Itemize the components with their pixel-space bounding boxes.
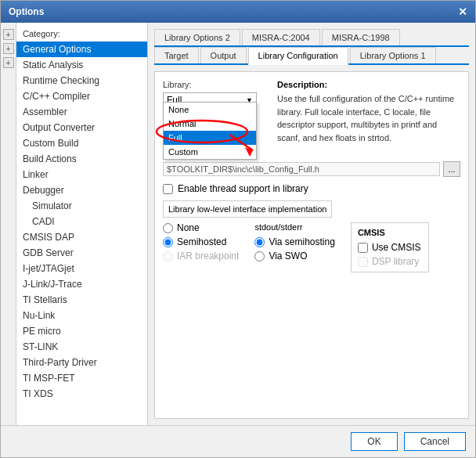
sidebar-item-ti-msp-fet[interactable]: TI MSP-FET <box>16 370 147 386</box>
sidebar-item-static-analysis[interactable]: Static Analysis <box>16 57 147 73</box>
low-level-two-section: None Semihosted IAR breakpoint <box>163 222 460 272</box>
category-label: Category: <box>16 26 147 41</box>
low-level-section: Library low-level interface implementati… <box>163 200 460 272</box>
use-cmsis-label: Use CMSIS <box>372 242 421 253</box>
none-radio-item: None <box>163 222 239 233</box>
library-config-section: Library: Full ▼ NoneNormalFullCustom <box>163 80 460 144</box>
tab2-tab-output[interactable]: Output <box>200 47 247 63</box>
iar-breakpoint-radio-item: IAR breakpoint <box>163 251 239 261</box>
browse-button[interactable]: ... <box>443 161 460 177</box>
semihosted-radio[interactable] <box>163 237 173 247</box>
expand-icon-3[interactable]: + <box>3 57 14 68</box>
library-dropdown: NoneNormalFullCustom <box>163 102 257 160</box>
config-file-row: ... <box>163 161 460 177</box>
sidebar-items: General OptionsStatic AnalysisRuntime Ch… <box>16 41 147 402</box>
none-radio-label: None <box>177 222 200 233</box>
tab2-tab-library-options-1[interactable]: Library Options 1 <box>350 47 436 63</box>
dsp-library-label: DSP library <box>372 256 419 267</box>
via-semihosting-radio-item: Via semihosting <box>254 236 335 247</box>
semihosted-radio-item: Semihosted <box>163 236 239 247</box>
interface-radio-group: None Semihosted IAR breakpoint <box>163 222 239 272</box>
sidebar-item-i-jet-jtagjet[interactable]: I-jet/JTAGjet <box>16 261 147 276</box>
sidebar-item-ti-stellaris[interactable]: TI Stellaris <box>16 292 147 308</box>
library-column: Library: Full ▼ NoneNormalFullCustom <box>163 80 265 144</box>
content-area: Library: Full ▼ NoneNormalFullCustom <box>154 71 469 419</box>
sidebar-item-ti-xds[interactable]: TI XDS <box>16 386 147 402</box>
dsp-library-checkbox[interactable] <box>358 257 368 267</box>
close-icon[interactable]: ✕ <box>458 5 467 18</box>
sidebar-item-nu-link[interactable]: Nu-Link <box>16 308 147 323</box>
tab-tab-misra-c-1998[interactable]: MISRA-C:1998 <box>322 29 400 45</box>
use-cmsis-checkbox[interactable] <box>358 243 368 253</box>
dialog-footer: OK Cancel <box>1 425 475 457</box>
config-file-input[interactable] <box>163 162 440 176</box>
enable-thread-label: Enable thread support in library <box>178 183 308 194</box>
sidebar-item-custom-build[interactable]: Custom Build <box>16 135 147 151</box>
none-radio[interactable] <box>163 223 173 233</box>
via-swo-label: Via SWO <box>269 251 307 261</box>
sidebar-item-cadi[interactable]: CADI <box>16 214 147 229</box>
cancel-button[interactable]: Cancel <box>404 432 466 451</box>
dsp-library-row: DSP library <box>358 256 422 267</box>
dropdown-item-normal[interactable]: Normal <box>164 117 256 131</box>
options-dialog: Options ✕ + + + Category: General Option… <box>0 0 476 458</box>
via-semihosting-label: Via semihosting <box>269 236 335 247</box>
semihosted-radio-label: Semihosted <box>177 236 226 247</box>
dropdown-item-full[interactable]: Full <box>164 131 256 145</box>
left-icon-strip: + + + <box>1 23 16 425</box>
iar-breakpoint-label: IAR breakpoint <box>177 251 239 261</box>
sidebar-item-build-actions[interactable]: Build Actions <box>16 151 147 167</box>
use-cmsis-row: Use CMSIS <box>358 242 422 253</box>
enable-thread-checkbox[interactable] <box>163 184 173 194</box>
sidebar-item-debugger[interactable]: Debugger <box>16 182 147 198</box>
sidebar-item-runtime-checking[interactable]: Runtime Checking <box>16 73 147 88</box>
sidebar-item-general-options[interactable]: General Options <box>16 41 147 57</box>
iar-breakpoint-radio[interactable] <box>163 251 173 261</box>
expand-icon-1[interactable]: + <box>3 29 14 40</box>
cmsis-section: CMSIS Use CMSIS DSP library <box>351 222 429 272</box>
sidebar-item-third-party-driver[interactable]: Third-Party Driver <box>16 355 147 370</box>
expand-icon-2[interactable]: + <box>3 43 14 54</box>
dropdown-item-custom[interactable]: Custom <box>164 145 256 159</box>
stdout-label: stdout/stderr <box>254 222 335 232</box>
library-label: Library: <box>163 80 265 89</box>
low-level-title: Library low-level interface implementati… <box>163 200 332 218</box>
dropdown-item-none[interactable]: None <box>164 103 256 117</box>
sidebar-item-cmsis-dap[interactable]: CMSIS DAP <box>16 229 147 245</box>
sidebar-item-st-link[interactable]: ST-LINK <box>16 339 147 355</box>
tab2-tab-target[interactable]: Target <box>154 47 199 63</box>
sidebar-item-assembler[interactable]: Assembler <box>16 104 147 120</box>
sidebar-item-pe-micro[interactable]: PE micro <box>16 323 147 339</box>
tabs-row-1: Library Options 2MISRA-C:2004MISRA-C:199… <box>154 29 469 47</box>
via-swo-radio-item: Via SWO <box>254 251 335 261</box>
tab-tab-misra-c-2004[interactable]: MISRA-C:2004 <box>242 29 320 45</box>
via-swo-radio[interactable] <box>254 251 265 261</box>
via-semihosting-radio[interactable] <box>254 237 265 247</box>
stdout-section: stdout/stderr Via semihosting Via SWO <box>254 222 335 272</box>
category-sidebar: Category: General OptionsStatic Analysis… <box>16 23 148 425</box>
sidebar-item-gdb-server[interactable]: GDB Server <box>16 245 147 261</box>
description-text: Use the full configuration of the C/C++ … <box>277 92 460 144</box>
ok-button[interactable]: OK <box>351 432 397 451</box>
sidebar-item-simulator[interactable]: Simulator <box>16 198 147 214</box>
tab-tab-library-options-2[interactable]: Library Options 2 <box>154 29 240 45</box>
description-column: Description: Use the full configuration … <box>277 80 460 144</box>
dialog-titlebar: Options ✕ <box>1 1 475 23</box>
tab2-tab-library-config[interactable]: Library Configuration <box>248 47 348 65</box>
sidebar-item-j-link-j-trace[interactable]: J-Link/J-Trace <box>16 276 147 292</box>
main-content-area: Library Options 2MISRA-C:2004MISRA-C:199… <box>148 23 475 425</box>
dialog-title: Options <box>9 6 44 17</box>
enable-thread-row: Enable thread support in library <box>163 183 460 194</box>
dialog-body: + + + Category: General OptionsStatic An… <box>1 23 475 425</box>
sidebar-item-output-converter[interactable]: Output Converter <box>16 120 147 135</box>
sidebar-item-cpp-compiler[interactable]: C/C++ Compiler <box>16 88 147 104</box>
description-label: Description: <box>277 80 460 89</box>
tabs-row-2: TargetOutputLibrary ConfigurationLibrary… <box>154 47 469 65</box>
cmsis-title: CMSIS <box>358 228 422 237</box>
sidebar-item-linker[interactable]: Linker <box>16 167 147 182</box>
